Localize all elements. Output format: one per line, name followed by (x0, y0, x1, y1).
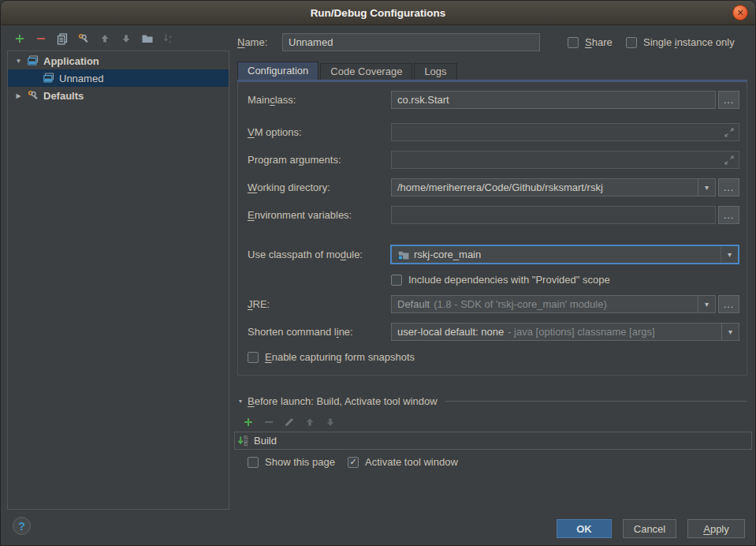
before-launch-header[interactable]: ▾ Before launch: Build, Activate tool wi… (239, 395, 747, 407)
capture-snapshots-checkbox[interactable]: Enable capturing form snapshots (248, 351, 415, 363)
build-icon: 011001 (237, 435, 250, 447)
show-this-page-checkbox[interactable]: Show this page (248, 456, 335, 468)
vm-options-field[interactable] (391, 123, 739, 141)
tree-item-application[interactable]: ▼ Application (8, 52, 229, 69)
chevron-down-icon[interactable]: ▾ (721, 246, 738, 263)
include-provided-label: Include dependencies with "Provided" sco… (408, 274, 610, 286)
ellipsis-icon: ... (724, 95, 734, 106)
check-icon: ✓ (349, 458, 356, 466)
show-this-page-label: Show this page (265, 456, 335, 468)
move-down-button[interactable] (120, 32, 132, 45)
capture-snapshots-label: Enable capturing form snapshots (265, 351, 415, 363)
apply-button[interactable]: Apply (687, 519, 745, 538)
close-icon: ✕ (736, 9, 743, 17)
classpath-module-value: rskj-core_main (414, 249, 481, 260)
expand-editor-icon[interactable] (724, 155, 735, 166)
checkbox-box[interactable] (248, 457, 259, 468)
move-task-up-button[interactable] (304, 416, 316, 428)
remove-configuration-button[interactable] (35, 32, 47, 45)
module-icon (397, 249, 410, 261)
checkbox-box-checked[interactable]: ✓ (348, 457, 359, 468)
classpath-module-combo[interactable]: rskj-core_main ▾ (390, 245, 739, 264)
application-icon (43, 72, 55, 84)
remove-task-button[interactable] (263, 416, 275, 428)
move-up-button[interactable] (99, 32, 111, 45)
run-debug-configurations-dialog: Run/Debug Configurations ✕ az ▼ Applicat… (0, 0, 756, 546)
dialog-title: Run/Debug Configurations (311, 7, 446, 19)
add-task-button[interactable] (242, 416, 255, 428)
checkbox-box[interactable] (626, 37, 637, 48)
tree-expanded-icon[interactable]: ▼ (14, 58, 23, 65)
svg-text:z: z (169, 39, 172, 44)
tree-item-unnamed[interactable]: Unnamed (8, 69, 229, 87)
working-directory-label: Working directory: (248, 178, 330, 196)
share-label: Share (585, 36, 613, 48)
jre-label: JRE: (248, 295, 270, 313)
tree-collapsed-icon[interactable]: ▶ (14, 92, 23, 99)
jre-browse-button[interactable]: ... (718, 295, 739, 313)
checkbox-box[interactable] (391, 275, 402, 286)
program-arguments-label: Program arguments: (248, 151, 341, 169)
tree-item-label: Defaults (43, 90, 84, 102)
before-launch-toolbar (242, 416, 337, 428)
environment-variables-label: Environment variables: (248, 206, 352, 224)
tab-configuration[interactable]: Configuration (237, 62, 318, 80)
move-task-down-button[interactable] (324, 416, 337, 428)
shorten-command-line-detail: - java [options] classname [args] (508, 326, 654, 338)
checkbox-box[interactable] (248, 352, 259, 363)
checkbox-box[interactable] (568, 37, 579, 48)
configurations-tree: ▼ Application Unnamed ▶ Defaults (7, 50, 229, 510)
expand-editor-icon[interactable] (724, 127, 735, 138)
single-instance-label: Single instance only (643, 36, 735, 48)
add-configuration-button[interactable] (13, 32, 26, 45)
tab-code-coverage[interactable]: Code Coverage (320, 63, 412, 80)
edit-defaults-button[interactable] (77, 32, 90, 45)
main-class-browse-button[interactable]: ... (718, 91, 739, 109)
help-button[interactable]: ? (13, 517, 31, 535)
jre-combo[interactable]: Default (1.8 - SDK of 'rskj-core_main' m… (391, 295, 716, 313)
environment-variables-field[interactable] (391, 206, 716, 224)
copy-configuration-button[interactable] (56, 32, 69, 45)
name-input[interactable] (282, 33, 540, 51)
share-checkbox[interactable]: Share (568, 36, 613, 48)
tree-item-defaults[interactable]: ▶ Defaults (8, 87, 229, 104)
before-launch-title: Before launch: Build, Activate tool wind… (248, 395, 438, 407)
help-icon: ? (18, 520, 25, 533)
ok-button[interactable]: OK (557, 519, 612, 538)
tab-bar: Configuration Code Coverage Logs (237, 62, 747, 80)
activate-tool-window-label: Activate tool window (365, 456, 458, 468)
classpath-module-label: Use classpath of module: (248, 245, 363, 264)
environment-variables-browse-button[interactable]: ... (718, 206, 739, 224)
close-button[interactable]: ✕ (732, 5, 748, 21)
ellipsis-icon: ... (724, 299, 734, 310)
task-label: Build (254, 435, 277, 447)
jre-value: Default (397, 298, 430, 310)
application-icon (27, 54, 39, 67)
shorten-command-line-label: Shorten command line: (248, 323, 353, 341)
before-launch-task-build[interactable]: 011001 Build (234, 432, 752, 450)
working-directory-value: /home/meriherrera/Code/Github/rsksmart/r… (397, 181, 603, 193)
ellipsis-icon: ... (724, 182, 734, 193)
chevron-down-icon[interactable]: ▾ (721, 323, 739, 340)
tab-logs[interactable]: Logs (414, 63, 456, 80)
vm-options-label: VM options: (248, 123, 302, 141)
chevron-down-icon[interactable]: ▾ (698, 296, 715, 312)
working-directory-browse-button[interactable]: ... (718, 178, 739, 196)
include-provided-checkbox[interactable]: Include dependencies with "Provided" sco… (391, 274, 610, 286)
chevron-down-icon[interactable]: ▾ (698, 179, 715, 196)
sort-configurations-button[interactable]: az (162, 32, 175, 45)
program-arguments-field[interactable] (391, 151, 739, 169)
defaults-icon (27, 89, 39, 102)
working-directory-combo[interactable]: /home/meriherrera/Code/Github/rsksmart/r… (391, 178, 716, 196)
cancel-button[interactable]: Cancel (623, 519, 676, 538)
activate-tool-window-checkbox[interactable]: ✓ Activate tool window (348, 456, 458, 468)
main-class-value: co.rsk.Start (397, 94, 449, 106)
collapse-icon[interactable]: ▾ (239, 398, 242, 405)
create-folder-button[interactable] (141, 32, 154, 45)
single-instance-checkbox[interactable]: Single instance only (626, 36, 735, 48)
edit-task-button[interactable] (283, 416, 296, 428)
name-label: Name: (237, 33, 267, 51)
svg-text:01: 01 (244, 443, 248, 447)
shorten-command-line-combo[interactable]: user-local default: none - java [options… (391, 323, 739, 341)
main-class-field[interactable]: co.rsk.Start (391, 91, 716, 109)
